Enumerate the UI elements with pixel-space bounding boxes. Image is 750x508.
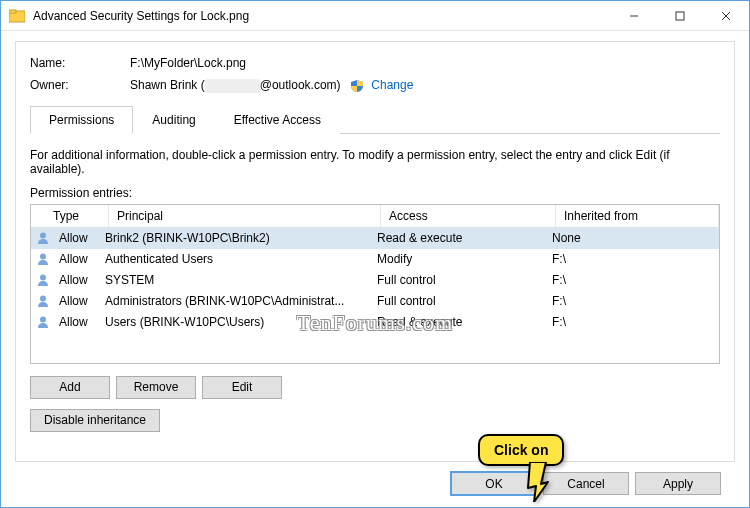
- apply-button[interactable]: Apply: [635, 472, 721, 495]
- user-icon: [35, 231, 51, 245]
- table-row[interactable]: AllowAuthenticated UsersModifyF:\: [31, 249, 719, 270]
- cell-principal: Authenticated Users: [97, 252, 369, 266]
- col-type[interactable]: Type: [47, 205, 109, 227]
- svg-point-7: [40, 254, 46, 260]
- svg-rect-1: [9, 10, 16, 13]
- close-button[interactable]: [703, 1, 749, 31]
- permission-entries-label: Permission entries:: [30, 186, 720, 200]
- table-row[interactable]: AllowUsers (BRINK-W10PC\Users)Read & exe…: [31, 312, 719, 333]
- cell-principal: SYSTEM: [97, 273, 369, 287]
- cell-inherited: None: [544, 231, 719, 245]
- table-row[interactable]: AllowAdministrators (BRINK-W10PC\Adminis…: [31, 291, 719, 312]
- tabs: Permissions Auditing Effective Access: [30, 105, 720, 134]
- info-text: For additional information, double-click…: [30, 148, 720, 176]
- redacted-text: [205, 79, 260, 93]
- cell-inherited: F:\: [544, 273, 719, 287]
- shield-icon: [350, 79, 364, 93]
- svg-point-10: [40, 317, 46, 323]
- col-inherited[interactable]: Inherited from: [556, 205, 719, 227]
- svg-point-8: [40, 275, 46, 281]
- dialog-footer: OK Cancel Apply: [15, 462, 735, 495]
- cell-type: Allow: [51, 294, 97, 308]
- change-owner-link[interactable]: Change: [371, 78, 413, 92]
- owner-suffix: @outlook.com): [260, 78, 341, 92]
- window-title: Advanced Security Settings for Lock.png: [33, 9, 611, 23]
- grid-body: AllowBrink2 (BRINK-W10PC\Brink2)Read & e…: [31, 228, 719, 333]
- name-value: F:\MyFolder\Lock.png: [130, 56, 246, 70]
- table-row[interactable]: AllowSYSTEMFull controlF:\: [31, 270, 719, 291]
- cell-principal: Users (BRINK-W10PC\Users): [97, 315, 369, 329]
- edit-button[interactable]: Edit: [202, 376, 282, 399]
- svg-point-6: [40, 233, 46, 239]
- cell-principal: Administrators (BRINK-W10PC\Administrat.…: [97, 294, 369, 308]
- remove-button[interactable]: Remove: [116, 376, 196, 399]
- cell-type: Allow: [51, 231, 97, 245]
- disable-inheritance-button[interactable]: Disable inheritance: [30, 409, 160, 432]
- permission-grid: Type Principal Access Inherited from All…: [30, 204, 720, 364]
- tab-permissions[interactable]: Permissions: [30, 106, 133, 134]
- tab-effective-access[interactable]: Effective Access: [215, 106, 340, 134]
- svg-point-9: [40, 296, 46, 302]
- user-icon: [35, 294, 51, 308]
- cell-access: Read & execute: [369, 231, 544, 245]
- name-label: Name:: [30, 56, 130, 70]
- titlebar: Advanced Security Settings for Lock.png: [1, 1, 749, 31]
- callout-annotation: Click on: [478, 434, 564, 466]
- callout-arrow-icon: [526, 462, 556, 505]
- user-icon: [35, 252, 51, 266]
- cell-type: Allow: [51, 252, 97, 266]
- cell-inherited: F:\: [544, 315, 719, 329]
- user-icon: [35, 273, 51, 287]
- ok-button[interactable]: OK: [451, 472, 537, 495]
- col-principal[interactable]: Principal: [109, 205, 381, 227]
- grid-header: Type Principal Access Inherited from: [31, 205, 719, 228]
- cell-principal: Brink2 (BRINK-W10PC\Brink2): [97, 231, 369, 245]
- owner-value: Shawn Brink (@outlook.com) Change: [130, 78, 413, 93]
- col-access[interactable]: Access: [381, 205, 556, 227]
- cell-inherited: F:\: [544, 294, 719, 308]
- folder-icon: [9, 8, 25, 24]
- owner-label: Owner:: [30, 78, 130, 92]
- cell-access: Full control: [369, 294, 544, 308]
- tab-auditing[interactable]: Auditing: [133, 106, 214, 134]
- add-button[interactable]: Add: [30, 376, 110, 399]
- svg-rect-3: [676, 12, 684, 20]
- cell-access: Full control: [369, 273, 544, 287]
- table-row[interactable]: AllowBrink2 (BRINK-W10PC\Brink2)Read & e…: [31, 228, 719, 249]
- cell-access: Read & execute: [369, 315, 544, 329]
- maximize-button[interactable]: [657, 1, 703, 31]
- cell-type: Allow: [51, 273, 97, 287]
- main-frame: Name: F:\MyFolder\Lock.png Owner: Shawn …: [15, 41, 735, 462]
- minimize-button[interactable]: [611, 1, 657, 31]
- user-icon: [35, 315, 51, 329]
- cell-inherited: F:\: [544, 252, 719, 266]
- advanced-security-window: Advanced Security Settings for Lock.png …: [0, 0, 750, 508]
- cell-access: Modify: [369, 252, 544, 266]
- owner-name: Shawn Brink: [130, 78, 197, 92]
- cell-type: Allow: [51, 315, 97, 329]
